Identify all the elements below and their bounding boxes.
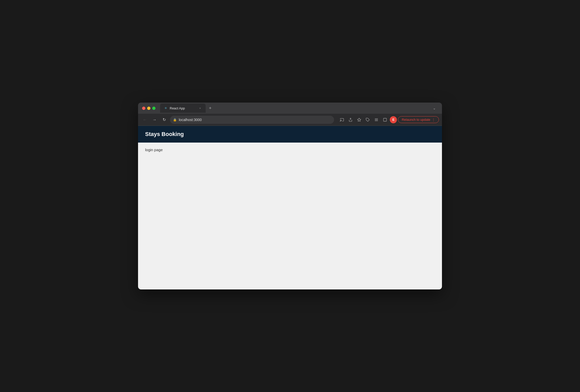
browser-window: ⚛ React App × + ⌄ ← → ↻ 🔒 localhost:3000 (138, 103, 442, 289)
tab-close-icon[interactable]: × (198, 106, 202, 110)
app-title: Stays Booking (145, 131, 435, 138)
relaunch-button[interactable]: Relaunch to update ⋮ (398, 116, 439, 123)
more-options-icon: ⋮ (432, 118, 435, 122)
minimize-button[interactable] (147, 107, 150, 110)
reading-mode-button[interactable] (381, 116, 389, 124)
title-bar: ⚛ React App × + ⌄ (138, 103, 442, 114)
forward-button[interactable]: → (151, 116, 158, 124)
bookmark-button[interactable] (355, 116, 363, 124)
back-button[interactable]: ← (141, 116, 149, 124)
tab-favicon-icon: ⚛ (164, 106, 168, 110)
address-text: localhost:3000 (179, 118, 202, 122)
lock-icon: 🔒 (173, 118, 177, 122)
reload-button[interactable]: ↻ (160, 116, 168, 124)
relaunch-label: Relaunch to update (402, 118, 430, 122)
browser-tab[interactable]: ⚛ React App × (160, 104, 206, 113)
login-page-text: login page (145, 148, 163, 152)
tab-dropdown-button[interactable]: ⌄ (431, 105, 438, 111)
maximize-button[interactable] (152, 107, 156, 110)
nav-bar: ← → ↻ 🔒 localhost:3000 (138, 114, 442, 126)
new-tab-button[interactable]: + (207, 105, 214, 112)
svg-marker-2 (358, 118, 361, 121)
close-button[interactable] (142, 107, 145, 110)
tab-label: React App (170, 106, 196, 110)
svg-rect-7 (383, 118, 386, 121)
app-body: login page (138, 143, 442, 289)
share-button[interactable] (347, 116, 354, 124)
toolbar-icons: E Relaunch to update ⋮ (338, 116, 439, 124)
svg-point-0 (340, 121, 340, 121)
tab-area: ⚛ React App × + (160, 104, 429, 113)
cast-button[interactable] (338, 116, 346, 124)
tab-manager-button[interactable] (373, 116, 380, 124)
address-bar[interactable]: 🔒 localhost:3000 (170, 116, 334, 124)
app-header: Stays Booking (138, 126, 442, 143)
traffic-lights (142, 107, 156, 110)
extensions-button[interactable] (364, 116, 372, 124)
profile-avatar[interactable]: E (390, 116, 397, 123)
